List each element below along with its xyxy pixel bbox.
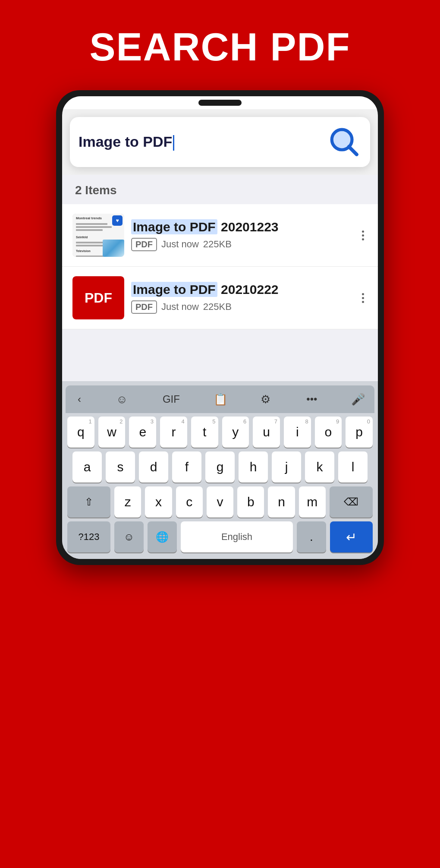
key-c[interactable]: c — [176, 486, 203, 518]
phone-screen: Image to PDF 2 Items Montreal trends ♥ — [62, 96, 378, 559]
key-e[interactable]: e3 — [129, 417, 156, 448]
result-name-highlight-2: Image to PDF — [131, 282, 217, 297]
thumb-seinfeld: Seinfeld — [74, 235, 123, 240]
key-q[interactable]: q1 — [67, 417, 94, 448]
keyboard-gif-btn[interactable]: GIF — [159, 391, 183, 408]
key-p[interactable]: p0 — [346, 417, 373, 448]
key-b[interactable]: b — [237, 486, 264, 518]
more-dot — [362, 230, 364, 233]
more-dot — [362, 238, 364, 240]
key-y[interactable]: y6 — [222, 417, 249, 448]
pdf-thumb-label: PDF — [85, 290, 112, 306]
key-s[interactable]: s — [106, 451, 135, 483]
screenshot-thumb: Montreal trends ♥ Seinfeld Television — [72, 214, 124, 257]
key-w[interactable]: w2 — [98, 417, 126, 448]
key-r[interactable]: r4 — [160, 417, 187, 448]
keyboard-settings-btn[interactable]: ⚙ — [258, 391, 273, 407]
result-meta-2: PDF Just now 225KB — [131, 300, 352, 314]
result-info-1: Image to PDF 20201223 PDF Just now 225KB — [124, 220, 358, 251]
more-button-1[interactable] — [358, 227, 368, 244]
results-count: 2 Items — [62, 175, 378, 204]
keyboard-emoji-btn[interactable]: ☺ — [114, 391, 129, 407]
more-dot — [362, 297, 364, 299]
result-name-rest-2: 20210222 — [217, 282, 279, 297]
search-icon — [329, 126, 360, 158]
keyboard-toolbar: ‹ ☺ GIF 📋 ⚙ ••• 🎤 — [66, 385, 374, 413]
key-x[interactable]: x — [145, 486, 172, 518]
key-i[interactable]: i8 — [284, 417, 311, 448]
key-a[interactable]: a — [72, 451, 102, 483]
key-numpad[interactable]: ?123 — [67, 521, 110, 552]
key-z[interactable]: z — [114, 486, 141, 518]
empty-results-area — [62, 329, 378, 381]
pdf-badge-2: PDF — [131, 300, 157, 314]
keyboard-back-btn[interactable]: ‹ — [74, 391, 85, 408]
svg-line-1 — [349, 147, 357, 155]
key-k[interactable]: k — [305, 451, 334, 483]
key-row-2: a s d f g h j k l — [67, 451, 373, 483]
search-bar[interactable]: Image to PDF — [70, 117, 370, 167]
keyboard-mic-btn[interactable]: 🎤 — [350, 391, 366, 407]
notch-pill — [198, 100, 242, 106]
result-size-1: 225KB — [203, 239, 232, 250]
key-f[interactable]: f — [172, 451, 201, 483]
result-name-rest-1: 20201223 — [217, 220, 279, 234]
key-enter[interactable]: ↵ — [330, 521, 373, 552]
text-cursor — [173, 135, 174, 151]
thumb-image-bottom — [103, 240, 124, 257]
key-v[interactable]: v — [207, 486, 233, 518]
key-backspace[interactable]: ⌫ — [330, 486, 373, 518]
result-info-2: Image to PDF 20210222 PDF Just now 225KB — [124, 282, 358, 314]
key-row-1: q1 w2 e3 r4 t5 y6 u7 i8 o9 p0 — [67, 417, 373, 448]
more-dot — [362, 301, 364, 303]
header-area: SEARCH PDF — [0, 0, 440, 82]
key-space[interactable]: English — [181, 521, 293, 552]
pdf-thumb: PDF — [72, 276, 124, 319]
key-row-4: ?123 ☺ 🌐 English . ↵ — [67, 521, 373, 552]
key-globe[interactable]: 🌐 — [148, 521, 177, 552]
more-button-2[interactable] — [358, 290, 368, 306]
phone-mockup: Image to PDF 2 Items Montreal trends ♥ — [56, 90, 384, 565]
key-l[interactable]: l — [338, 451, 368, 483]
key-row-3: ⇧ z x c v b n m ⌫ — [67, 486, 373, 518]
result-date-1: Just now — [161, 239, 199, 250]
key-g[interactable]: g — [205, 451, 235, 483]
key-j[interactable]: j — [272, 451, 301, 483]
result-thumbnail-2: PDF — [72, 276, 124, 319]
key-o[interactable]: o9 — [315, 417, 342, 448]
result-name-highlight-1: Image to PDF — [131, 219, 217, 234]
keyboard-clipboard-btn[interactable]: 📋 — [213, 391, 228, 407]
key-d[interactable]: d — [139, 451, 168, 483]
key-h[interactable]: h — [239, 451, 268, 483]
pdf-badge-1: PDF — [131, 238, 157, 251]
keyboard[interactable]: ‹ ☺ GIF 📋 ⚙ ••• 🎤 q1 w2 e3 r4 t5 y6 u7 — [62, 381, 378, 559]
search-input[interactable]: Image to PDF — [79, 133, 327, 151]
keyboard-rows: q1 w2 e3 r4 t5 y6 u7 i8 o9 p0 a s d f — [66, 414, 374, 559]
key-t[interactable]: t5 — [191, 417, 218, 448]
app-title: SEARCH PDF — [89, 26, 350, 69]
search-query-text: Image to PDF — [79, 133, 172, 150]
key-n[interactable]: n — [268, 486, 295, 518]
more-dot — [362, 234, 364, 237]
result-meta-1: PDF Just now 225KB — [131, 238, 352, 251]
more-dot — [362, 293, 364, 295]
key-shift[interactable]: ⇧ — [67, 486, 110, 518]
key-period[interactable]: . — [297, 521, 326, 552]
key-emoji[interactable]: ☺ — [114, 521, 144, 552]
key-m[interactable]: m — [299, 486, 326, 518]
thumb-heart: ♥ — [112, 215, 123, 226]
phone-notch-bar — [62, 96, 378, 109]
keyboard-more-btn[interactable]: ••• — [303, 391, 321, 408]
result-name-1: Image to PDF 20201223 — [131, 220, 352, 234]
results-area: 2 Items Montreal trends ♥ Seinfeld — [62, 175, 378, 381]
search-button[interactable] — [327, 125, 361, 159]
result-thumbnail-1: Montreal trends ♥ Seinfeld Television — [72, 214, 124, 257]
result-item-2[interactable]: PDF Image to PDF 20210222 PDF Just now 2… — [62, 267, 378, 329]
result-name-2: Image to PDF 20210222 — [131, 282, 352, 297]
result-item-1[interactable]: Montreal trends ♥ Seinfeld Television — [62, 204, 378, 267]
result-date-2: Just now — [161, 301, 199, 312]
result-size-2: 225KB — [203, 301, 232, 312]
key-u[interactable]: u7 — [253, 417, 280, 448]
